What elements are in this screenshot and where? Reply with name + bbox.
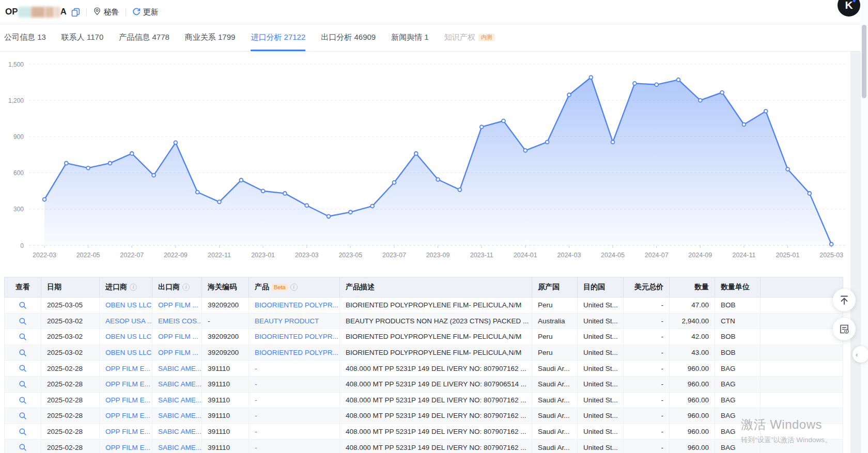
data-point[interactable] [546,140,549,144]
cell-link[interactable]: OBEN US LLC [100,345,152,361]
refresh-button[interactable]: 更新 [132,7,159,17]
column-header-label: 数量单位 [721,283,750,292]
cell-link[interactable]: OPP FILM E... [100,440,152,453]
data-point[interactable] [152,174,156,177]
data-point[interactable] [65,161,68,165]
feedback-button[interactable] [833,318,856,340]
data-point[interactable] [830,242,833,246]
tab-product-info[interactable]: 产品信息 4778 [119,25,169,51]
copy-icon[interactable] [71,8,80,17]
data-point[interactable] [414,152,418,155]
tab-news[interactable]: 新闻舆情 1 [391,25,429,51]
data-point[interactable] [349,210,352,214]
user-avatar[interactable]: K [838,0,860,17]
cell-link[interactable]: SABIC AME... [152,424,202,440]
cell-link[interactable]: SABIC AME... [152,440,202,453]
data-point[interactable] [283,192,287,195]
data-point[interactable] [109,161,112,165]
data-point[interactable] [786,167,789,171]
cell-link[interactable]: BIOORIENTED POLYPR... [249,298,340,314]
view-search-icon [19,380,27,388]
data-point[interactable] [589,75,593,79]
cell-link[interactable]: BIOORIENTED POLYPR... [249,345,340,361]
tab-import-analysis[interactable]: 进口分析 27122 [251,25,305,51]
tab-intellectual-property[interactable]: 知识产权内测 [444,25,495,51]
view-detail-button[interactable] [4,314,41,330]
data-point[interactable] [808,192,811,195]
scrollbar-thumb[interactable] [862,25,866,98]
data-point[interactable] [764,110,768,113]
cell-link[interactable]: BEAUTY PRODUCT [249,314,340,330]
cell-link[interactable]: SABIC AME... [152,408,202,424]
data-point[interactable] [480,125,484,129]
view-detail-button[interactable] [4,393,41,409]
back-to-top-button[interactable] [833,289,856,311]
cell-link[interactable]: OPP FILM E... [100,361,152,377]
cell-link[interactable]: OPP FILM ... [152,298,202,314]
data-point[interactable] [43,198,47,201]
cell-link[interactable]: SABIC AME... [152,377,202,393]
page-scrollbar[interactable] [861,0,868,453]
cell-link[interactable]: - [249,424,340,440]
data-point[interactable] [523,149,527,152]
data-point[interactable] [327,214,331,218]
tab-company-info[interactable]: 公司信息 13 [4,25,46,51]
cell-link[interactable]: AESOP USA ... [100,314,152,330]
view-detail-button[interactable] [4,377,41,393]
data-point[interactable] [567,93,571,97]
view-detail-button[interactable] [4,424,41,440]
cell-link[interactable]: SABIC AME... [152,393,202,409]
data-point[interactable] [611,140,615,144]
info-icon[interactable]: i [182,284,190,291]
cell-link[interactable]: OPP FILM ... [152,345,202,361]
collapse-panel-handle[interactable]: ‹ [853,346,868,363]
data-point[interactable] [130,152,134,155]
data-point[interactable] [677,78,680,82]
data-point[interactable] [655,83,658,86]
cell-link[interactable]: - [249,408,340,424]
cell-link[interactable]: OBEN US LLC [100,298,152,314]
info-icon[interactable]: i [130,284,137,291]
view-detail-button[interactable] [4,440,41,453]
cell-link[interactable]: OPP FILM E... [100,377,152,393]
cell-link[interactable]: OPP FILM ... [152,329,202,345]
data-point[interactable] [436,178,440,181]
cell-text: 2,940.00 [670,314,715,330]
view-detail-button[interactable] [4,345,41,361]
data-point[interactable] [720,91,724,95]
data-point[interactable] [305,204,308,207]
data-point[interactable] [86,166,90,170]
cell-link[interactable]: BIOORIENTED POLYPR... [249,329,340,345]
info-icon[interactable]: i [290,284,298,291]
view-detail-button[interactable] [4,361,41,377]
data-point[interactable] [174,141,177,145]
cell-link[interactable]: EMEIS COS... [152,314,202,330]
cell-link[interactable]: OBEN US LLC [100,329,152,345]
data-point[interactable] [218,200,221,204]
data-point[interactable] [370,205,374,208]
cell-link[interactable]: - [249,377,340,393]
data-point[interactable] [393,181,396,184]
cell-link[interactable]: SABIC AME... [152,361,202,377]
data-point[interactable] [633,82,637,85]
tab-export-analysis[interactable]: 出口分析 46909 [321,25,376,51]
data-point[interactable] [196,191,199,194]
view-detail-button[interactable] [4,408,41,424]
cell-link[interactable]: - [249,361,340,377]
data-point[interactable] [502,119,505,123]
data-point[interactable] [699,99,702,102]
cell-link[interactable]: OPP FILM E... [100,393,152,409]
data-point[interactable] [239,178,243,182]
tab-contacts[interactable]: 联系人 1170 [61,25,103,51]
view-detail-button[interactable] [4,298,41,314]
view-detail-button[interactable] [4,329,41,345]
cell-link[interactable]: - [249,440,340,453]
data-point[interactable] [742,123,746,127]
cell-link[interactable]: - [249,393,340,409]
data-point[interactable] [458,188,461,192]
cell-link[interactable]: OPP FILM E... [100,424,152,440]
tab-business-relations[interactable]: 商业关系 1799 [185,25,236,51]
data-point[interactable] [261,189,265,193]
cell-link[interactable]: OPP FILM E... [100,408,152,424]
cell-empty [761,393,843,409]
